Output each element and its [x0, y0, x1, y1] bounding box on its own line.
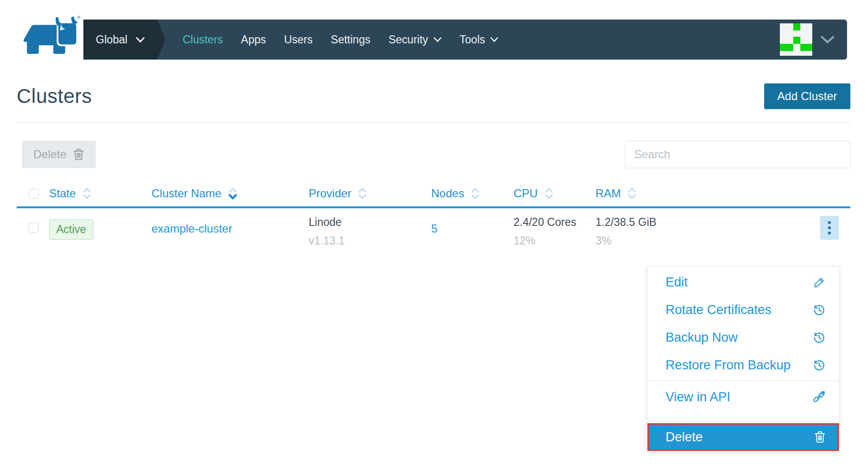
history-icon [813, 359, 826, 372]
menu-item-view-in-api[interactable]: View in API [647, 383, 839, 411]
sort-icon [627, 186, 637, 201]
kebab-dot [828, 226, 831, 229]
nav-item-settings[interactable]: Settings [322, 20, 379, 60]
nav-item-apps[interactable]: Apps [232, 20, 275, 60]
global-menu-button[interactable]: Global [83, 20, 157, 60]
column-header-state[interactable]: State [49, 186, 151, 201]
rancher-app: ® Global Clusters Apps Users Settings Se… [0, 0, 868, 468]
ram-usage: 1.2/38.5 GiB [595, 216, 707, 229]
table-header-row: State Cluster Name Provider Nodes CPU RA [17, 186, 850, 208]
kebab-dot [828, 221, 831, 224]
pencil-icon [813, 276, 826, 288]
menu-divider [647, 381, 839, 381]
provider-version: v1.13.1 [309, 234, 431, 247]
bulk-delete-button[interactable]: Delete [22, 141, 96, 168]
nav-item-clusters[interactable]: Clusters [173, 20, 232, 60]
ram-cell: 1.2/38.5 GiB 3% [595, 216, 707, 247]
chevron-down-icon [136, 37, 145, 43]
menu-item-delete[interactable]: Delete [647, 423, 839, 451]
menu-item-edit[interactable]: Edit [647, 268, 839, 296]
sort-icon [357, 186, 367, 201]
chevron-down-icon [820, 35, 835, 44]
row-actions-kebab-button[interactable] [820, 216, 839, 240]
cluster-name-link[interactable]: example-cluster [151, 222, 232, 235]
column-header-nodes[interactable]: Nodes [431, 186, 514, 201]
main-content: Clusters Add Cluster Delete State [0, 83, 868, 247]
chevron-down-icon [434, 37, 442, 42]
add-cluster-button[interactable]: Add Cluster [764, 83, 850, 109]
column-header-cpu[interactable]: CPU [514, 186, 595, 201]
sort-icon [82, 186, 92, 201]
column-header-provider[interactable]: Provider [309, 186, 431, 201]
sort-icon [470, 186, 480, 201]
menu-item-rotate-certificates[interactable]: Rotate Certificates [647, 296, 839, 324]
external-link-icon [812, 390, 826, 404]
global-menu-label: Global [96, 33, 127, 46]
select-all-checkbox[interactable] [29, 189, 39, 199]
rancher-logo[interactable]: ® [17, 13, 83, 57]
ram-percent: 3% [595, 234, 707, 247]
avatar-pixel [800, 44, 812, 51]
avatar-pixel [793, 37, 800, 44]
row-checkbox[interactable] [29, 223, 39, 233]
nav-spacer [507, 20, 780, 60]
nav-item-tools[interactable]: Tools [451, 20, 508, 60]
row-actions-menu: Edit Rotate Certificates Backup Now Rest… [647, 266, 839, 451]
trash-icon [814, 431, 826, 443]
page-title: Clusters [17, 85, 92, 108]
divider [17, 122, 850, 123]
column-header-cluster-name[interactable]: Cluster Name [151, 186, 309, 201]
sort-icon-active [228, 186, 238, 201]
top-bar: ® Global Clusters Apps Users Settings Se… [0, 0, 868, 60]
menu-item-backup-now[interactable]: Backup Now [647, 324, 839, 351]
history-icon [813, 331, 826, 344]
search-input[interactable] [625, 141, 850, 168]
main-nav: Global Clusters Apps Users Settings Secu… [83, 20, 847, 60]
nav-item-security[interactable]: Security [379, 20, 450, 60]
cpu-percent: 12% [514, 234, 595, 247]
avatar [780, 23, 812, 56]
nav-item-users[interactable]: Users [275, 20, 322, 60]
provider-cell: Linode v1.13.1 [309, 216, 431, 247]
cpu-cell: 2.4/20 Cores 12% [514, 216, 595, 247]
trash-icon [73, 148, 84, 161]
status-badge: Active [49, 219, 93, 240]
user-menu[interactable] [780, 20, 847, 60]
column-header-ram[interactable]: RAM [595, 186, 707, 201]
avatar-pixel [793, 23, 800, 31]
chevron-down-icon [490, 37, 498, 42]
cpu-usage: 2.4/20 Cores [514, 216, 595, 229]
table-row: Active example-cluster Linode v1.13.1 5 … [17, 208, 850, 247]
kebab-dot [828, 232, 831, 234]
sort-icon [544, 186, 554, 201]
avatar-pixel [780, 44, 793, 51]
provider-name: Linode [309, 216, 431, 229]
history-icon [813, 304, 826, 316]
nodes-count-link[interactable]: 5 [431, 222, 437, 235]
svg-text:®: ® [77, 15, 81, 20]
menu-item-restore-from-backup[interactable]: Restore From Backup [647, 351, 839, 379]
rancher-bull-icon: ® [17, 13, 81, 55]
